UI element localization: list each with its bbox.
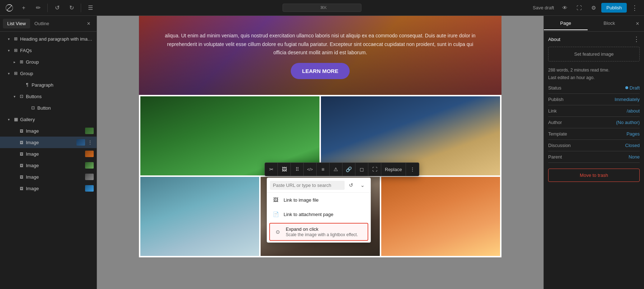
grid-tool-button[interactable]: ⠿: [291, 163, 304, 176]
search-pill[interactable]: ⌘K: [283, 4, 361, 12]
about-more-button[interactable]: ⋮: [633, 36, 640, 42]
panel-close-button[interactable]: ×: [84, 19, 94, 29]
fullscreen-button[interactable]: ⛶: [573, 1, 585, 14]
reset-url-button[interactable]: ↺: [346, 180, 356, 190]
tree-item-paragraph[interactable]: ¶ Paragraph: [0, 79, 97, 91]
right-panel: Page Block × About ⋮ Set featured image …: [543, 16, 644, 289]
tree-item-label: Heading and paragraph with image on t...: [20, 36, 94, 42]
gallery-image-4[interactable]: [140, 177, 259, 256]
undo-button[interactable]: ↺: [51, 1, 64, 14]
block-icon: ⊞: [19, 59, 24, 65]
settings-button[interactable]: ⚙: [587, 1, 600, 14]
page-content: aliqua. Ut enim ad minim veniam, quis no…: [139, 16, 501, 257]
link-option-expand-content: Expand on click Scale the image with a l…: [286, 226, 358, 237]
tree-item-label: Image: [26, 174, 84, 180]
wordpress-logo[interactable]: [3, 1, 16, 14]
tree-item-image5[interactable]: 🖼 Image: [0, 171, 97, 183]
move-to-trash-button[interactable]: Move to trash: [548, 169, 640, 182]
hero-section: aliqua. Ut enim ad minim veniam, quis no…: [139, 16, 501, 95]
tree-item-button[interactable]: ⊡ Button: [0, 102, 97, 114]
link-value[interactable]: /about: [627, 108, 640, 114]
fullscreen-tool-button[interactable]: ⛶: [368, 163, 381, 176]
canvas-inner: aliqua. Ut enim ad minim veniam, quis no…: [97, 16, 543, 289]
document-overview-button[interactable]: ☰: [84, 1, 97, 14]
tools-button[interactable]: ✏: [32, 1, 45, 14]
tree-item-label: FAQs: [20, 48, 94, 53]
publish-value[interactable]: Immediately: [615, 97, 640, 102]
main-layout: List View Outline × ▾ ⊞ Heading and para…: [0, 16, 644, 289]
tree-item-faqs[interactable]: ▾ ⊞ FAQs: [0, 45, 97, 56]
tree-item-image4[interactable]: 🖼 Image: [0, 160, 97, 171]
gallery-icon: ▦: [13, 116, 19, 122]
preview-button[interactable]: 👁: [558, 1, 571, 14]
block-icon: ⊡: [30, 105, 36, 111]
tab-page[interactable]: Page: [544, 17, 588, 30]
image-icon: 🖼: [19, 151, 24, 157]
author-label: Author: [548, 120, 562, 125]
options-button[interactable]: ⋮: [628, 1, 641, 14]
tree-item-image3[interactable]: 🖼 Image: [0, 148, 97, 160]
tree-item-label: Image: [26, 128, 84, 134]
set-featured-image-button[interactable]: Set featured image: [548, 47, 640, 61]
template-value[interactable]: Pages: [626, 131, 640, 137]
save-draft-button[interactable]: Save draft: [530, 3, 557, 13]
learn-more-button[interactable]: LEARN MORE: [291, 63, 350, 79]
tree-item-label: Image: [26, 151, 84, 157]
chevron-spacer: [11, 139, 17, 145]
link-popup: ↺ ⌄ 🖼 Link to image file 📄 Link to attac…: [267, 178, 371, 243]
align-tool-button[interactable]: ≡: [317, 163, 330, 176]
toolbar-center: ⌘K: [283, 4, 361, 12]
expand-url-button[interactable]: ⌄: [358, 180, 368, 190]
alert-tool-button[interactable]: ⚠: [330, 163, 342, 176]
chevron-icon: ▸: [11, 59, 17, 65]
image-icon: 🖼: [19, 128, 24, 134]
publish-button[interactable]: Publish: [601, 3, 627, 13]
status-value[interactable]: Draft: [625, 85, 640, 91]
tab-outline[interactable]: Outline: [30, 19, 53, 28]
tree-more-button[interactable]: ⋮: [87, 139, 94, 146]
link-option-expand-click[interactable]: ⊙ Expand on click Scale the image with a…: [269, 223, 368, 241]
redo-button[interactable]: ↻: [65, 1, 78, 14]
replace-button[interactable]: Replace: [381, 163, 406, 176]
publish-label: Publish: [548, 97, 564, 102]
tab-block[interactable]: Block: [588, 17, 631, 30]
image-icon: 🖼: [19, 162, 24, 168]
status-text: Draft: [630, 85, 640, 91]
add-block-button[interactable]: +: [17, 1, 30, 14]
gallery-image-6[interactable]: [381, 177, 500, 256]
link-option-image-file[interactable]: 🖼 Link to image file: [267, 193, 370, 207]
border-tool-button[interactable]: ◻: [355, 163, 368, 176]
tree-item-image2[interactable]: 🖼 Image ⋮: [0, 137, 97, 148]
image-tool-button[interactable]: 🖼: [278, 163, 291, 176]
chevron-icon: ▾: [6, 47, 11, 53]
tree-item-group1[interactable]: ▸ ⊞ Group: [0, 56, 97, 68]
link-option-attachment[interactable]: 📄 Link to attachment page: [267, 207, 370, 221]
tab-list-view[interactable]: List View: [3, 19, 30, 28]
tree-item-label: Button: [37, 105, 94, 111]
code-tool-button[interactable]: </>: [304, 163, 317, 176]
tree-item-buttons[interactable]: ▾ ⊡ Buttons: [0, 91, 97, 102]
tree-item-heading-para[interactable]: ▾ ⊞ Heading and paragraph with image on …: [0, 33, 97, 45]
tree-item-image1[interactable]: 🖼 Image: [0, 125, 97, 137]
tree-item-image6[interactable]: 🖼 Image: [0, 183, 97, 194]
link-label: Link: [548, 108, 557, 114]
tree-item-group2[interactable]: ▾ ⊞ Group: [0, 68, 97, 79]
more-tool-button[interactable]: ⋮: [406, 163, 419, 176]
parent-label: Parent: [548, 154, 562, 160]
paragraph-icon: ¶: [24, 82, 30, 88]
parent-value[interactable]: None: [629, 154, 640, 160]
discussion-value[interactable]: Closed: [625, 143, 640, 148]
link-tool-button[interactable]: 🔗: [342, 163, 355, 176]
tree-item-gallery[interactable]: ▾ ▦ Gallery: [0, 114, 97, 125]
toolbar-separator-1: [47, 4, 48, 12]
url-input[interactable]: [270, 181, 345, 190]
publish-row: Publish Immediately: [548, 94, 640, 105]
chevron-spacer: [17, 82, 23, 88]
author-value[interactable]: (No author): [616, 120, 640, 125]
crop-tool-button[interactable]: ✂: [265, 163, 278, 176]
chevron-spacer: [11, 185, 17, 191]
tree-item-label: Image: [26, 163, 84, 168]
canvas-area[interactable]: aliqua. Ut enim ad minim veniam, quis no…: [97, 16, 543, 289]
right-panel-close-button[interactable]: ×: [631, 17, 644, 30]
block-icon: ⊞: [13, 47, 19, 53]
